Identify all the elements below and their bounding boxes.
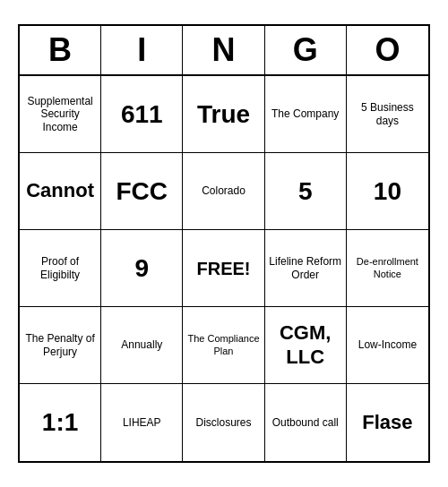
bingo-cell: 9 [101, 230, 183, 307]
bingo-cell: 611 [101, 76, 183, 153]
bingo-cell: The Company [265, 76, 347, 153]
bingo-header: BINGO [20, 26, 428, 76]
cell-text: 10 [374, 176, 401, 207]
header-letter: G [265, 26, 347, 74]
cell-text: Disclosures [195, 416, 251, 429]
cell-text: The Compliance Plan [186, 333, 260, 356]
cell-text: Flase [362, 411, 412, 434]
cell-text: The Penalty of Perjury [23, 332, 97, 358]
cell-text: True [197, 99, 250, 130]
cell-text: 5 Business days [350, 101, 425, 127]
bingo-grid: Supplemental Security Income611TrueThe C… [20, 76, 428, 461]
header-letter: N [183, 26, 264, 74]
cell-text: Cannot [26, 179, 94, 202]
cell-text: The Company [271, 107, 339, 120]
cell-text: LIHEAP [123, 416, 161, 429]
bingo-cell: FREE! [183, 230, 264, 307]
bingo-cell: LIHEAP [101, 384, 183, 461]
cell-text: Low-Income [358, 338, 417, 351]
bingo-cell: Cannot [20, 153, 101, 230]
header-letter: I [101, 26, 183, 74]
bingo-card: BINGO Supplemental Security Income611Tru… [18, 24, 430, 463]
cell-text: CGM, LLC [269, 321, 342, 369]
bingo-cell: 5 Business days [347, 76, 428, 153]
bingo-cell: Disclosures [183, 384, 264, 461]
bingo-cell: 10 [347, 153, 428, 230]
bingo-cell: The Compliance Plan [183, 307, 264, 384]
bingo-cell: Colorado [183, 153, 264, 230]
bingo-cell: 1:1 [20, 384, 101, 461]
cell-text: Lifeline Reform Order [269, 255, 342, 281]
header-letter: O [347, 26, 428, 74]
cell-text: Outbound call [272, 416, 339, 429]
cell-text: Annually [121, 338, 162, 351]
cell-text: De-enrollment Notice [350, 256, 425, 279]
bingo-cell: Low-Income [347, 307, 428, 384]
cell-text: 9 [135, 253, 150, 284]
bingo-cell: Proof of Eligibilty [20, 230, 101, 307]
bingo-cell: Supplemental Security Income [20, 76, 101, 153]
cell-text: Proof of Eligibilty [23, 255, 97, 281]
bingo-cell: CGM, LLC [265, 307, 347, 384]
cell-text: FREE! [196, 258, 250, 279]
bingo-cell: Lifeline Reform Order [265, 230, 347, 307]
cell-text: 611 [121, 99, 163, 130]
cell-text: 5 [298, 176, 313, 207]
header-letter: B [20, 26, 101, 74]
bingo-cell: The Penalty of Perjury [20, 307, 101, 384]
bingo-cell: Annually [101, 307, 183, 384]
bingo-cell: 5 [265, 153, 347, 230]
bingo-cell: True [183, 76, 264, 153]
bingo-cell: De-enrollment Notice [347, 230, 428, 307]
cell-text: 1:1 [42, 407, 78, 438]
cell-text: Supplemental Security Income [23, 95, 97, 133]
bingo-cell: Outbound call [265, 384, 347, 461]
bingo-cell: FCC [101, 153, 183, 230]
cell-text: FCC [116, 176, 168, 207]
cell-text: Colorado [202, 184, 246, 197]
bingo-cell: Flase [347, 384, 428, 461]
